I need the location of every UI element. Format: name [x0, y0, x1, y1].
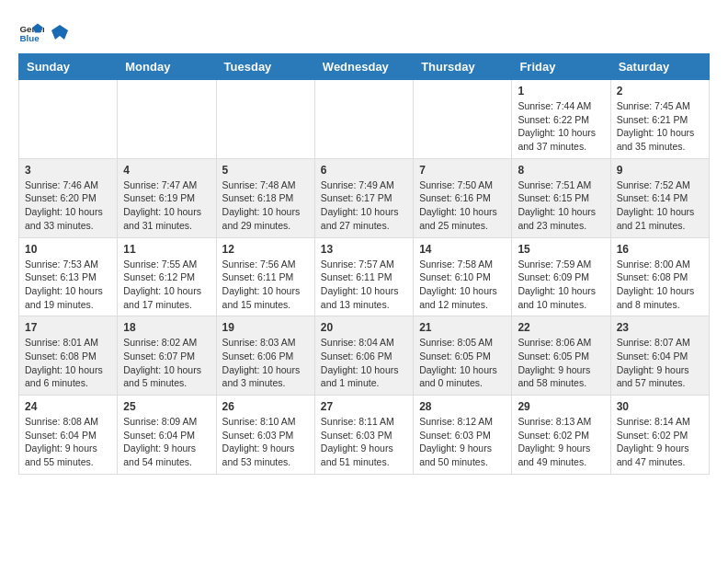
calendar-cell: 9Sunrise: 7:52 AMSunset: 6:14 PMDaylight… — [610, 158, 709, 237]
header: General Blue — [18, 18, 710, 44]
day-info-line: Sunrise: 7:56 AM — [222, 258, 309, 271]
day-info-line: Sunset: 6:19 PM — [123, 191, 210, 205]
day-info-line: Daylight: 9 hours and 54 minutes. — [123, 442, 210, 468]
col-header-wednesday: Wednesday — [314, 54, 413, 80]
calendar-week-row: 24Sunrise: 8:08 AMSunset: 6:04 PMDayligh… — [19, 396, 710, 475]
day-info-line: Sunset: 6:02 PM — [518, 429, 604, 442]
day-number: 24 — [25, 400, 111, 413]
calendar-week-row: 10Sunrise: 7:53 AMSunset: 6:13 PMDayligh… — [19, 237, 710, 316]
day-info-line: Daylight: 10 hours and 33 minutes. — [25, 205, 111, 232]
calendar-cell: 1Sunrise: 7:44 AMSunset: 6:22 PMDaylight… — [512, 80, 610, 159]
day-info-line: Daylight: 10 hours and 12 minutes. — [419, 284, 506, 311]
day-info-line: Daylight: 9 hours and 50 minutes. — [419, 442, 506, 468]
calendar-cell: 5Sunrise: 7:48 AMSunset: 6:18 PMDaylight… — [216, 158, 314, 237]
day-number: 22 — [518, 321, 604, 334]
day-info-line: Sunset: 6:11 PM — [222, 270, 309, 284]
day-info-line: Daylight: 9 hours and 57 minutes. — [617, 363, 703, 390]
day-info-line: Sunset: 6:12 PM — [123, 270, 210, 284]
calendar-cell: 26Sunrise: 8:10 AMSunset: 6:03 PMDayligh… — [216, 396, 314, 475]
day-info-line: Sunrise: 7:53 AM — [25, 258, 111, 271]
calendar-cell — [314, 80, 413, 159]
day-info-line: Sunset: 6:09 PM — [518, 270, 604, 284]
day-info-line: Sunrise: 7:49 AM — [321, 178, 407, 192]
day-number: 23 — [617, 321, 703, 334]
day-info-line: Sunrise: 7:44 AM — [518, 99, 604, 113]
calendar-cell: 2Sunrise: 7:45 AMSunset: 6:21 PMDaylight… — [610, 80, 709, 159]
logo-icon: General Blue — [18, 18, 44, 44]
day-info-line: Daylight: 9 hours and 55 minutes. — [25, 442, 111, 468]
day-info-line: Daylight: 10 hours and 15 minutes. — [222, 284, 309, 311]
day-number: 17 — [25, 321, 111, 334]
day-info-line: Sunrise: 8:01 AM — [25, 336, 111, 350]
calendar-cell: 27Sunrise: 8:11 AMSunset: 6:03 PMDayligh… — [314, 396, 413, 475]
calendar-cell: 10Sunrise: 7:53 AMSunset: 6:13 PMDayligh… — [19, 237, 118, 316]
day-info-line: Sunrise: 7:50 AM — [419, 178, 506, 192]
day-info-line: Sunset: 6:20 PM — [25, 191, 111, 205]
day-info-line: Daylight: 10 hours and 3 minutes. — [222, 363, 309, 390]
calendar-cell: 23Sunrise: 8:07 AMSunset: 6:04 PMDayligh… — [610, 316, 709, 396]
calendar-cell: 12Sunrise: 7:56 AMSunset: 6:11 PMDayligh… — [216, 237, 314, 316]
day-info-line: Sunset: 6:11 PM — [321, 270, 407, 284]
day-info-line: Daylight: 10 hours and 8 minutes. — [617, 284, 703, 311]
day-number: 13 — [321, 243, 407, 256]
day-info-line: Sunset: 6:14 PM — [617, 191, 703, 205]
day-number: 5 — [222, 164, 309, 177]
day-info-line: Daylight: 10 hours and 0 minutes. — [419, 363, 506, 390]
day-info-line: Sunrise: 8:00 AM — [617, 258, 703, 271]
day-info-line: Sunset: 6:07 PM — [123, 350, 210, 363]
col-header-thursday: Thursday — [414, 54, 512, 80]
day-info-line: Sunrise: 7:48 AM — [222, 178, 309, 192]
day-number: 19 — [222, 321, 309, 334]
day-info-line: Daylight: 10 hours and 31 minutes. — [123, 205, 210, 232]
calendar-cell: 6Sunrise: 7:49 AMSunset: 6:17 PMDaylight… — [314, 158, 413, 237]
calendar-cell: 11Sunrise: 7:55 AMSunset: 6:12 PMDayligh… — [118, 237, 216, 316]
day-number: 1 — [518, 85, 604, 98]
calendar-cell: 13Sunrise: 7:57 AMSunset: 6:11 PMDayligh… — [314, 237, 413, 316]
day-info-line: Sunset: 6:21 PM — [617, 113, 703, 127]
day-info-line: Sunrise: 8:02 AM — [123, 336, 210, 350]
day-info-line: Sunrise: 8:09 AM — [123, 415, 210, 429]
day-number: 11 — [123, 243, 210, 256]
day-info-line: Sunset: 6:05 PM — [518, 350, 604, 363]
day-info-line: Sunset: 6:18 PM — [222, 191, 309, 205]
calendar-cell: 14Sunrise: 7:58 AMSunset: 6:10 PMDayligh… — [414, 237, 512, 316]
day-number: 27 — [321, 400, 407, 413]
col-header-monday: Monday — [118, 54, 216, 80]
calendar-table: SundayMondayTuesdayWednesdayThursdayFrid… — [18, 53, 710, 475]
day-info-line: Sunset: 6:10 PM — [419, 270, 506, 284]
col-header-sunday: Sunday — [19, 54, 118, 80]
day-info-line: Sunset: 6:02 PM — [617, 429, 703, 442]
day-info-line: Daylight: 9 hours and 51 minutes. — [321, 442, 407, 468]
calendar-cell: 18Sunrise: 8:02 AMSunset: 6:07 PMDayligh… — [118, 316, 216, 396]
calendar-cell: 29Sunrise: 8:13 AMSunset: 6:02 PMDayligh… — [512, 396, 610, 475]
day-number: 4 — [123, 164, 210, 177]
day-info-line: Sunset: 6:05 PM — [419, 350, 506, 363]
day-number: 18 — [123, 321, 210, 334]
day-info-line: Daylight: 9 hours and 47 minutes. — [617, 442, 703, 468]
day-info-line: Sunset: 6:16 PM — [419, 191, 506, 205]
day-info-line: Sunset: 6:22 PM — [518, 113, 604, 127]
svg-marker-2 — [51, 25, 68, 40]
day-info-line: Sunset: 6:03 PM — [222, 429, 309, 442]
day-number: 14 — [419, 243, 506, 256]
day-info-line: Daylight: 10 hours and 23 minutes. — [518, 205, 604, 232]
day-info-line: Sunset: 6:17 PM — [321, 191, 407, 205]
day-number: 2 — [617, 85, 703, 98]
day-number: 29 — [518, 400, 604, 413]
calendar-cell: 7Sunrise: 7:50 AMSunset: 6:16 PMDaylight… — [414, 158, 512, 237]
day-info-line: Sunrise: 8:11 AM — [321, 415, 407, 429]
day-info-line: Sunrise: 8:12 AM — [419, 415, 506, 429]
day-info-line: Sunrise: 8:13 AM — [518, 415, 604, 429]
calendar-cell: 8Sunrise: 7:51 AMSunset: 6:15 PMDaylight… — [512, 158, 610, 237]
svg-text:Blue: Blue — [19, 33, 40, 43]
day-info-line: Sunrise: 8:14 AM — [617, 415, 703, 429]
calendar-week-row: 3Sunrise: 7:46 AMSunset: 6:20 PMDaylight… — [19, 158, 710, 237]
calendar-cell: 21Sunrise: 8:05 AMSunset: 6:05 PMDayligh… — [414, 316, 512, 396]
day-number: 16 — [617, 243, 703, 256]
col-header-friday: Friday — [512, 54, 610, 80]
day-number: 8 — [518, 164, 604, 177]
day-number: 3 — [25, 164, 111, 177]
calendar-cell: 30Sunrise: 8:14 AMSunset: 6:02 PMDayligh… — [610, 396, 709, 475]
day-info-line: Sunset: 6:08 PM — [617, 270, 703, 284]
day-info-line: Sunrise: 8:06 AM — [518, 336, 604, 350]
